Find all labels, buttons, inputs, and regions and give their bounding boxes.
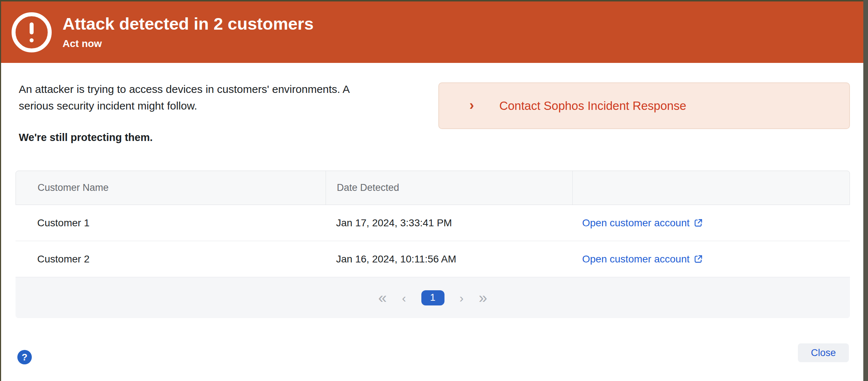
date-detected-cell: Jan 17, 2024, 3:33:41 PM bbox=[325, 217, 572, 229]
table-pagination-bar: « ‹ 1 › » bbox=[16, 277, 850, 318]
contact-incident-response-label: Contact Sophos Incident Response bbox=[499, 99, 686, 113]
alert-exclamation-bar bbox=[30, 22, 34, 34]
column-header-customer-name: Customer Name bbox=[16, 171, 326, 205]
open-customer-account-link[interactable]: Open customer account bbox=[582, 217, 703, 229]
customer-name-cell: Customer 2 bbox=[16, 253, 325, 265]
alert-exclamation-icon bbox=[12, 12, 52, 52]
pagination-last-page-button[interactable]: » bbox=[479, 290, 487, 305]
pagination-current-page[interactable]: 1 bbox=[421, 290, 444, 305]
date-detected-cell: Jan 16, 2024, 10:11:56 AM bbox=[325, 253, 572, 265]
close-button[interactable]: Close bbox=[798, 343, 849, 362]
background-page-sliver-left bbox=[0, 0, 1, 381]
alert-description: An attacker is trying to access devices … bbox=[19, 81, 431, 144]
background-page-sliver-right bbox=[863, 0, 868, 381]
alert-subtitle: Act now bbox=[63, 38, 314, 50]
alert-title: Attack detected in 2 customers bbox=[63, 15, 314, 33]
background-page-sliver-top bbox=[0, 0, 868, 1]
affected-customers-table: Customer Name Date Detected Customer 1 J… bbox=[16, 171, 850, 318]
column-header-date-detected: Date Detected bbox=[326, 171, 572, 205]
external-link-icon bbox=[693, 254, 703, 264]
open-customer-account-label: Open customer account bbox=[582, 253, 689, 265]
chevron-right-icon: › bbox=[469, 98, 474, 112]
contact-incident-response-button[interactable]: › Contact Sophos Incident Response bbox=[438, 82, 850, 129]
pagination-next-page-button[interactable]: › bbox=[460, 292, 464, 304]
customer-name-cell: Customer 1 bbox=[16, 217, 325, 229]
help-icon[interactable]: ? bbox=[17, 350, 32, 364]
pagination-previous-page-button[interactable]: ‹ bbox=[402, 292, 406, 304]
table-header-row: Customer Name Date Detected bbox=[16, 171, 850, 205]
alert-banner-text: Attack detected in 2 customers Act now bbox=[63, 15, 314, 50]
alert-exclamation-dot bbox=[30, 38, 34, 42]
alert-description-line-1: An attacker is trying to access devices … bbox=[19, 81, 431, 98]
alert-banner: Attack detected in 2 customers Act now bbox=[1, 1, 863, 63]
open-customer-account-link[interactable]: Open customer account bbox=[582, 253, 703, 265]
pagination-first-page-button[interactable]: « bbox=[378, 290, 387, 305]
table-row: Customer 2 Jan 16, 2024, 10:11:56 AM Ope… bbox=[16, 241, 850, 277]
actions-cell: Open customer account bbox=[572, 217, 850, 229]
column-header-actions bbox=[572, 171, 850, 205]
table-row: Customer 1 Jan 17, 2024, 3:33:41 PM Open… bbox=[16, 205, 850, 241]
external-link-icon bbox=[693, 218, 703, 228]
open-customer-account-label: Open customer account bbox=[582, 217, 689, 229]
actions-cell: Open customer account bbox=[572, 253, 850, 265]
alert-protection-note: We're still protecting them. bbox=[19, 132, 431, 144]
alert-description-line-2: serious security incident might follow. bbox=[19, 98, 431, 114]
attack-detected-dialog: Attack detected in 2 customers Act now A… bbox=[0, 0, 868, 381]
